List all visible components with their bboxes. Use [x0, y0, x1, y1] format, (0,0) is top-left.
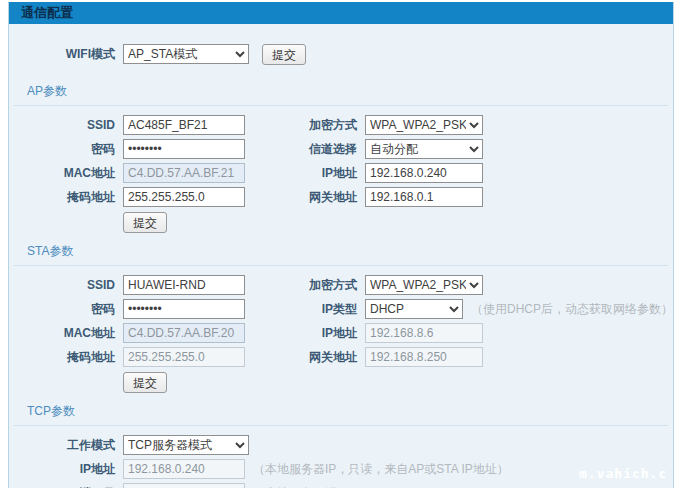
ap-encryption-select[interactable]: WPA_WPA2_PSK	[365, 115, 483, 135]
tcp-workmode-label: 工作模式	[9, 437, 115, 454]
sta-section-title: STA参数	[14, 238, 668, 266]
ap-row-1: SSID 加密方式 WPA_WPA2_PSK	[9, 115, 673, 135]
sta-gateway-value	[365, 347, 483, 367]
ap-encryption-label: 加密方式	[245, 117, 357, 134]
tcp-ip-label: IP地址	[9, 461, 115, 478]
tcp-row-2: IP地址 （本地服务器IP，只读，来自AP或STA IP地址）	[9, 459, 673, 479]
ap-channel-select[interactable]: 自动分配	[365, 139, 483, 159]
page-title: 通信配置	[9, 2, 673, 24]
watermark: m.vahich.c	[579, 466, 667, 481]
sta-encryption-select[interactable]: WPA_WPA2_PSK	[365, 275, 483, 295]
tcp-ip-value	[123, 459, 245, 479]
sta-iptype-select[interactable]: DHCP	[365, 299, 463, 319]
ap-ip-input[interactable]	[365, 163, 483, 183]
sta-encryption-label: 加密方式	[245, 277, 357, 294]
wifi-mode-row: WIFI模式 AP_STA模式 提交	[9, 44, 673, 64]
tcp-workmode-select[interactable]: TCP服务器模式	[123, 435, 249, 455]
sta-ip-label: IP地址	[245, 325, 357, 342]
ap-ssid-input[interactable]	[123, 115, 245, 135]
sta-row-3: MAC地址 IP地址	[9, 323, 673, 343]
sta-submit-button[interactable]: 提交	[123, 372, 167, 393]
ap-password-input[interactable]	[123, 139, 245, 159]
sta-password-input[interactable]	[123, 299, 245, 319]
sta-row-4: 掩码地址 网关地址	[9, 347, 673, 367]
sta-iptype-label: IP类型	[245, 301, 357, 318]
ap-channel-label: 信道选择	[245, 141, 357, 158]
sta-gateway-label: 网关地址	[245, 349, 357, 366]
tcp-port-note: （本地服务器端口号）	[253, 485, 373, 488]
wifi-mode-select[interactable]: AP_STA模式	[123, 44, 249, 64]
ap-mac-value	[123, 163, 245, 183]
sta-ip-value	[365, 323, 483, 343]
sta-row-2: 密码 IP类型 DHCP （使用DHCP后，动态获取网络参数）	[9, 299, 673, 319]
config-panel: 通信配置 WIFI模式 AP_STA模式 提交 AP参数 SSID 加密方式 W…	[8, 2, 674, 488]
ap-mac-label: MAC地址	[9, 165, 115, 182]
sta-ssid-label: SSID	[9, 278, 115, 292]
wifi-mode-submit-button[interactable]: 提交	[262, 44, 306, 65]
sta-mask-label: 掩码地址	[9, 349, 115, 366]
ap-ssid-label: SSID	[9, 118, 115, 132]
ap-section: SSID 加密方式 WPA_WPA2_PSK 密码 信道选择 自动分配 MAC地…	[9, 115, 673, 234]
ap-ip-label: IP地址	[245, 165, 357, 182]
tcp-section-title: TCP参数	[14, 398, 668, 426]
ap-submit-button[interactable]: 提交	[123, 212, 167, 233]
sta-mac-value	[123, 323, 245, 343]
ap-mask-label: 掩码地址	[9, 189, 115, 206]
sta-section: SSID 加密方式 WPA_WPA2_PSK 密码 IP类型 DHCP （使用D…	[9, 275, 673, 394]
tcp-ip-note: （本地服务器IP，只读，来自AP或STA IP地址）	[253, 461, 509, 478]
ap-mask-input[interactable]	[123, 187, 245, 207]
sta-ssid-input[interactable]	[123, 275, 245, 295]
tcp-section: 工作模式 TCP服务器模式 IP地址 （本地服务器IP，只读，来自AP或STA …	[9, 435, 673, 488]
wifi-mode-label: WIFI模式	[9, 46, 115, 63]
ap-gateway-label: 网关地址	[245, 189, 357, 206]
ap-row-4: 掩码地址 网关地址	[9, 187, 673, 207]
ap-password-label: 密码	[9, 141, 115, 158]
sta-mask-value	[123, 347, 245, 367]
sta-password-label: 密码	[9, 301, 115, 318]
ap-row-2: 密码 信道选择 自动分配	[9, 139, 673, 159]
sta-row-1: SSID 加密方式 WPA_WPA2_PSK	[9, 275, 673, 295]
sta-mac-label: MAC地址	[9, 325, 115, 342]
ap-gateway-input[interactable]	[365, 187, 483, 207]
tcp-row-3: 端口号 （本地服务器端口号）	[9, 483, 673, 488]
tcp-port-label: 端口号	[9, 485, 115, 488]
tcp-port-value	[123, 483, 245, 488]
ap-row-3: MAC地址 IP地址	[9, 163, 673, 183]
sta-iptype-note: （使用DHCP后，动态获取网络参数）	[471, 301, 673, 318]
ap-section-title: AP参数	[14, 78, 668, 106]
panel-body: WIFI模式 AP_STA模式 提交 AP参数 SSID 加密方式 WPA_WP…	[9, 24, 673, 488]
sta-submit-row: 提交	[9, 371, 673, 394]
ap-submit-row: 提交	[9, 211, 673, 234]
tcp-row-1: 工作模式 TCP服务器模式	[9, 435, 673, 455]
